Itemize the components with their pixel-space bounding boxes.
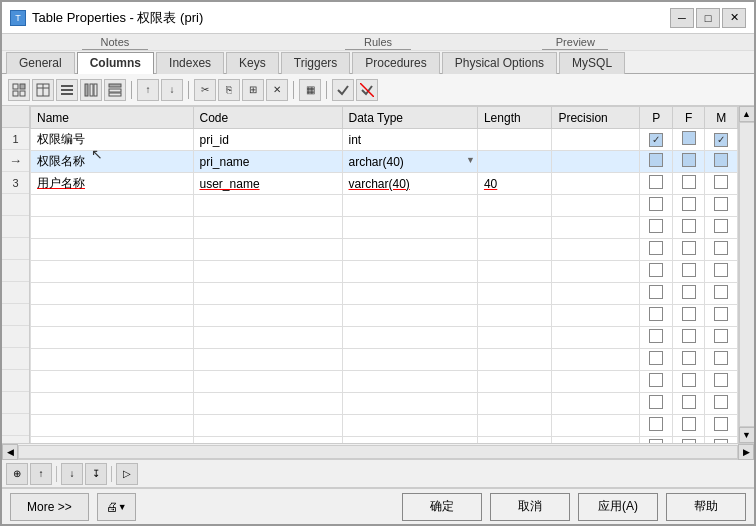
toolbar-uncheck-btn[interactable] (356, 79, 378, 101)
scroll-down-btn[interactable]: ▼ (739, 427, 755, 443)
scroll-track[interactable] (739, 122, 755, 427)
col-header-precision: Precision (552, 107, 640, 129)
horizontal-scroll: ◀ ▶ (2, 444, 754, 460)
row1-datatype[interactable]: int (342, 129, 477, 151)
more-button[interactable]: More >> (10, 493, 89, 521)
row1-m[interactable] (705, 129, 738, 151)
row1-p[interactable] (640, 129, 673, 151)
tab-physical-options[interactable]: Physical Options (442, 52, 557, 74)
row3-length[interactable]: 40 (477, 173, 551, 195)
table-row (31, 217, 738, 239)
toolbar-rows-btn[interactable] (104, 79, 126, 101)
table-row: 权限名称 ↖ pri_name archar(40) ▼ (31, 151, 738, 173)
row3-m[interactable] (705, 173, 738, 195)
apply-button[interactable]: 应用(A) (578, 493, 658, 521)
row2-p-checkbox[interactable] (649, 153, 663, 167)
row3-precision[interactable] (552, 173, 640, 195)
cancel-button[interactable]: 取消 (490, 493, 570, 521)
row2-datatype[interactable]: archar(40) ▼ (342, 151, 477, 173)
svg-rect-14 (109, 89, 121, 92)
row2-p[interactable] (640, 151, 673, 173)
row3-name[interactable]: 用户名称 (31, 173, 194, 195)
tab-indexes[interactable]: Indexes (156, 52, 224, 74)
scroll-up-btn[interactable]: ▲ (739, 106, 755, 122)
datatype-dropdown-arrow[interactable]: ▼ (466, 155, 475, 165)
col-header-code: Code (193, 107, 342, 129)
toolbar-cut-btn[interactable]: ✂ (194, 79, 216, 101)
minimize-button[interactable]: ─ (670, 8, 694, 28)
row2-code[interactable]: pri_name (193, 151, 342, 173)
row3-p-checkbox[interactable] (649, 175, 663, 189)
row3-code[interactable]: user_name (193, 173, 342, 195)
toolbar-sep-3 (293, 81, 294, 99)
row1-f-checkbox[interactable] (682, 131, 696, 145)
toolbar-list-btn[interactable] (56, 79, 78, 101)
toolbar-delete-btn[interactable]: ✕ (266, 79, 288, 101)
title-controls: ─ □ ✕ (670, 8, 746, 28)
row2-m[interactable] (705, 151, 738, 173)
nav-last-btn[interactable]: ↧ (85, 463, 107, 485)
col-header-length: Length (477, 107, 551, 129)
toolbar-properties-btn[interactable] (8, 79, 30, 101)
maximize-button[interactable]: □ (696, 8, 720, 28)
row2-f-checkbox[interactable] (682, 153, 696, 167)
nav-expand-btn[interactable]: ▷ (116, 463, 138, 485)
toolbar-down1-btn[interactable]: ↓ (161, 79, 183, 101)
row2-name[interactable]: 权限名称 ↖ (31, 151, 194, 173)
tab-general[interactable]: General (6, 52, 75, 74)
nav-prev-btn[interactable]: ↑ (30, 463, 52, 485)
table-row (31, 349, 738, 371)
row3-f[interactable] (672, 173, 705, 195)
data-table: Name Code Data Type Length Precision P F… (30, 106, 738, 443)
toolbar-cols-btn[interactable] (80, 79, 102, 101)
help-button[interactable]: 帮助 (666, 493, 746, 521)
toolbar-up1-btn[interactable]: ↑ (137, 79, 159, 101)
svg-rect-1 (20, 84, 25, 89)
row3-p[interactable] (640, 173, 673, 195)
tab-columns[interactable]: Columns (77, 52, 154, 74)
toolbar-sep-1 (131, 81, 132, 99)
toolbar-find-btn[interactable]: ▦ (299, 79, 321, 101)
row1-precision[interactable] (552, 129, 640, 151)
row1-name[interactable]: 权限编号 (31, 129, 194, 151)
scroll-right-btn[interactable]: ▶ (738, 444, 754, 460)
nav-next-btn[interactable]: ↓ (61, 463, 83, 485)
row1-code[interactable]: pri_id (193, 129, 342, 151)
toolbar: ↑ ↓ ✂ ⎘ ⊞ ✕ ▦ (2, 74, 754, 106)
row1-p-checkbox[interactable] (649, 133, 663, 147)
toolbar-paste-btn[interactable]: ⊞ (242, 79, 264, 101)
h-scroll-track[interactable] (18, 445, 738, 459)
tab-mysql[interactable]: MySQL (559, 52, 625, 74)
toolbar-check-btn[interactable] (332, 79, 354, 101)
row1-length[interactable] (477, 129, 551, 151)
row2-precision[interactable] (552, 151, 640, 173)
row2-f[interactable] (672, 151, 705, 173)
confirm-button[interactable]: 确定 (402, 493, 482, 521)
title-bar-left: T Table Properties - 权限表 (pri) (10, 9, 203, 27)
row3-f-checkbox[interactable] (682, 175, 696, 189)
print-button[interactable]: 🖨 ▼ (97, 493, 136, 521)
svg-rect-15 (109, 93, 121, 96)
tab-keys[interactable]: Keys (226, 52, 279, 74)
scroll-left-btn[interactable]: ◀ (2, 444, 18, 460)
svg-rect-2 (13, 91, 18, 96)
bottom-area: ◀ ▶ ⊕ ↑ ↓ ↧ ▷ (2, 443, 754, 488)
nav-first-btn[interactable]: ⊕ (6, 463, 28, 485)
col-header-m: M (705, 107, 738, 129)
col-header-name: Name (31, 107, 194, 129)
tab-procedures[interactable]: Procedures (352, 52, 439, 74)
table-row (31, 327, 738, 349)
row1-m-checkbox[interactable] (714, 133, 728, 147)
row3-datatype[interactable]: varchar(40) (342, 173, 477, 195)
svg-rect-3 (20, 91, 25, 96)
row2-length[interactable] (477, 151, 551, 173)
tab-triggers[interactable]: Triggers (281, 52, 351, 74)
row3-m-checkbox[interactable] (714, 175, 728, 189)
tab-section: Notes Rules Preview General Columns Inde… (2, 34, 754, 74)
toolbar-table-btn[interactable] (32, 79, 54, 101)
row2-m-checkbox[interactable] (714, 153, 728, 167)
tabs-row: General Columns Indexes Keys Triggers Pr… (2, 51, 754, 74)
close-button[interactable]: ✕ (722, 8, 746, 28)
toolbar-copy-btn[interactable]: ⎘ (218, 79, 240, 101)
row1-f[interactable] (672, 129, 705, 151)
